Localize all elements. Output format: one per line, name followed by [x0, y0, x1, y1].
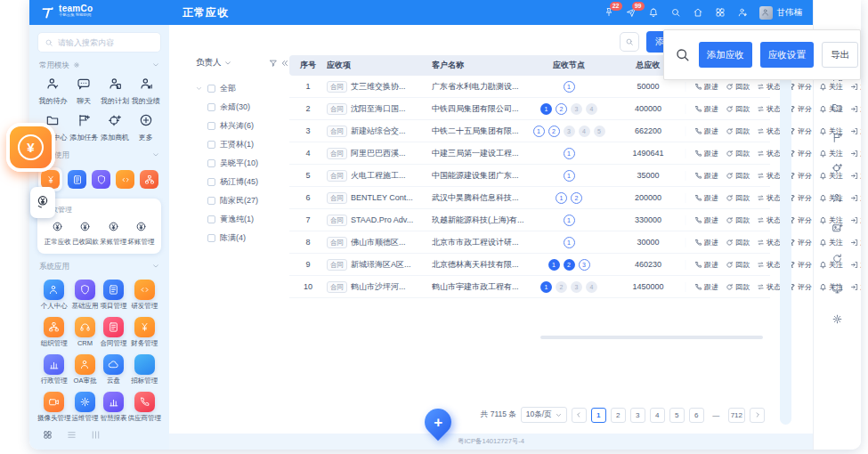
- op-refresh[interactable]: 回款: [726, 82, 750, 92]
- system-app[interactable]: 项目管理: [100, 280, 128, 311]
- node-step[interactable]: 1: [548, 259, 560, 271]
- receivable-item-link[interactable]: 佛山市顺德区...: [351, 237, 406, 248]
- op-phone[interactable]: 跟进: [694, 238, 718, 247]
- receivable-app-floating-badge[interactable]: ¥: [6, 123, 55, 172]
- node-step[interactable]: 1: [540, 103, 552, 115]
- op-phone[interactable]: 跟进: [694, 149, 718, 158]
- checkbox[interactable]: [207, 234, 215, 242]
- quick-module[interactable]: 我的计划: [100, 77, 131, 106]
- recent-app[interactable]: [68, 170, 86, 189]
- page-button[interactable]: 5: [669, 408, 685, 423]
- op-refresh[interactable]: 回款: [726, 126, 750, 136]
- node-step[interactable]: 1: [540, 281, 552, 293]
- op-exchange[interactable]: 状态: [757, 215, 781, 225]
- person-plus-icon[interactable]: [737, 7, 748, 18]
- system-app[interactable]: 云盘: [100, 354, 128, 385]
- op-exchange[interactable]: 状态: [757, 104, 781, 114]
- owner-filter-item[interactable]: 吴晓平(10): [196, 154, 289, 173]
- page-button[interactable]: 1: [591, 408, 606, 423]
- node-step[interactable]: 1: [564, 215, 575, 226]
- system-app[interactable]: 组织管理: [37, 317, 71, 348]
- system-app[interactable]: 个人中心: [37, 280, 71, 311]
- op-exchange[interactable]: 状态: [757, 171, 781, 181]
- page-button[interactable]: 3: [630, 408, 645, 423]
- system-app[interactable]: CRM: [71, 317, 100, 348]
- op-exchange[interactable]: 状态: [757, 126, 781, 136]
- node-step[interactable]: 3: [579, 259, 590, 271]
- node-step[interactable]: 2: [548, 126, 560, 137]
- chevron-down-icon[interactable]: [224, 60, 231, 67]
- receivable-module[interactable]: 已收回款: [71, 220, 99, 247]
- page-size-select[interactable]: 10条/页: [521, 407, 567, 423]
- op-login[interactable]: 加入待办: [850, 126, 861, 136]
- quick-module[interactable]: 添加商机: [100, 113, 131, 142]
- node-step[interactable]: 4: [579, 126, 590, 137]
- node-step[interactable]: 5: [594, 126, 605, 137]
- gear-icon[interactable]: [73, 61, 80, 70]
- system-app[interactable]: 摄像头管理: [37, 392, 71, 423]
- op-exchange[interactable]: 状态: [757, 82, 781, 92]
- node-step[interactable]: 2: [564, 259, 575, 271]
- quick-module[interactable]: 我的待办: [37, 77, 69, 106]
- apps-view-icon[interactable]: [43, 427, 53, 443]
- op-login[interactable]: 加入待办: [850, 193, 861, 203]
- export-button[interactable]: 导出: [822, 42, 858, 68]
- node-step[interactable]: 3: [571, 281, 582, 293]
- op-phone[interactable]: 跟进: [694, 282, 718, 292]
- quick-module[interactable]: 更多: [130, 113, 161, 142]
- owner-filter-item[interactable]: 杨江博(45): [196, 173, 289, 191]
- node-step[interactable]: 3: [564, 126, 575, 137]
- table-row[interactable]: 4合同阿里巴巴西溪...中建三局第一建设工程...11490641跟进回款状态评…: [289, 142, 770, 165]
- op-refresh[interactable]: 回款: [726, 282, 750, 292]
- logo[interactable]: teamCo 千帆云集 智能协同: [29, 4, 169, 20]
- quick-module[interactable]: 添加任务: [69, 113, 100, 142]
- op-trophy[interactable]: 评分: [788, 215, 812, 225]
- node-step[interactable]: 1: [564, 170, 575, 182]
- receivable-item-link[interactable]: 沈阳至海口国...: [351, 103, 406, 115]
- receivable-module[interactable]: 坏账管理: [127, 220, 155, 247]
- op-login[interactable]: 加入待办: [850, 82, 861, 92]
- system-app[interactable]: 研发管理: [128, 280, 162, 311]
- op-trophy[interactable]: 评分: [788, 193, 812, 203]
- node-step[interactable]: 4: [586, 103, 597, 115]
- bell-icon[interactable]: [648, 7, 659, 18]
- horizontal-scrollbar[interactable]: [540, 336, 763, 339]
- recent-app[interactable]: [140, 170, 158, 189]
- op-phone[interactable]: 跟进: [694, 104, 718, 114]
- next-page-button[interactable]: [750, 408, 765, 423]
- op-login[interactable]: 加入待办: [850, 149, 861, 158]
- receivable-item-link[interactable]: 阿里巴巴西溪...: [351, 148, 406, 159]
- checkbox[interactable]: [207, 85, 215, 93]
- op-login[interactable]: 加入待办: [850, 215, 861, 225]
- receivable-item-link[interactable]: 火电工程施工...: [351, 170, 406, 182]
- receivable-module[interactable]: 呆账管理: [100, 220, 127, 247]
- owner-filter-item[interactable]: 黄逸纯(1): [196, 210, 289, 229]
- refresh-icon[interactable]: [831, 253, 843, 264]
- sidebar-search[interactable]: [37, 32, 161, 53]
- recent-app[interactable]: [116, 170, 134, 189]
- receivable-item-link[interactable]: 艾三维交换协...: [351, 81, 406, 93]
- table-row[interactable]: 2合同沈阳至海口国...中铁四局集团有限公司...1234400000跟进回款状…: [289, 98, 770, 120]
- table-row[interactable]: 5合同火电工程施工...中国能源建设集团广东...135000跟进回款状态评分关…: [289, 165, 770, 187]
- checkbox[interactable]: [207, 103, 215, 111]
- checkbox[interactable]: [207, 141, 215, 149]
- op-phone[interactable]: 跟进: [694, 193, 718, 203]
- op-refresh[interactable]: 回款: [726, 149, 750, 158]
- monitor-icon[interactable]: [831, 283, 843, 295]
- node-step[interactable]: 2: [556, 103, 567, 115]
- list-view-icon[interactable]: [67, 427, 77, 443]
- op-trophy[interactable]: 评分: [788, 238, 812, 247]
- op-exchange[interactable]: 状态: [757, 260, 781, 270]
- receivable-item-link[interactable]: 新建站综合交...: [351, 126, 406, 137]
- op-trophy[interactable]: 评分: [788, 282, 812, 292]
- image-plus-icon[interactable]: [831, 223, 843, 234]
- checkbox[interactable]: [207, 159, 215, 167]
- system-app[interactable]: 供应商管理: [128, 392, 162, 423]
- checkbox[interactable]: [207, 215, 215, 223]
- user-menu[interactable]: 甘伟楠: [759, 6, 803, 20]
- add-receivable-button[interactable]: 添加应收: [699, 42, 752, 68]
- folder-icon[interactable]: [831, 101, 843, 113]
- table-row[interactable]: 3合同新建站综合交...中铁二十五局集团有限...12345662200跟进回款…: [289, 120, 770, 142]
- person-dot-icon[interactable]: [831, 192, 843, 204]
- op-phone[interactable]: 跟进: [694, 82, 718, 92]
